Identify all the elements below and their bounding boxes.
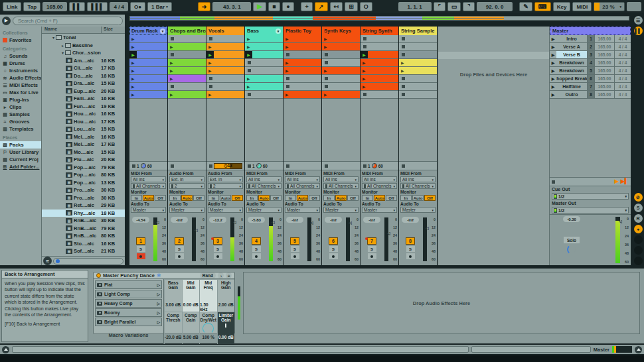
volume-value[interactable]: -Inf [325, 217, 342, 223]
track-header[interactable]: Vocals [206, 27, 244, 35]
track-header[interactable]: Drum Rack▾ [129, 27, 167, 35]
metronome-button[interactable]: O● [130, 2, 145, 11]
scene-row[interactable]: ▶Breakdown5165.004 / 4 [550, 67, 631, 75]
clip-stop-icon[interactable] [325, 61, 328, 64]
volume-value[interactable]: -Inf [286, 217, 303, 223]
input-channel-dropdown[interactable]: All Channels▾ [323, 183, 359, 189]
monitor-switch[interactable]: InAutoOff [131, 195, 166, 201]
file-row[interactable]: ▦Fun....alc19 KB [42, 103, 125, 111]
scene-launch-icon[interactable]: ▶ [550, 83, 556, 90]
monitor-in[interactable]: In [285, 195, 296, 201]
sidebar-item-instruments[interactable]: ○Instruments [3, 67, 41, 74]
clip-play-icon[interactable]: ▶ [362, 60, 366, 65]
variation-heavy-comp[interactable]: Heavy Comp▷ [95, 299, 162, 308]
monitor-in[interactable]: In [208, 195, 219, 201]
monitor-off[interactable]: Off [270, 195, 282, 201]
file-row[interactable]: ▦Lou....alc15 KB [42, 125, 125, 133]
scene-signature[interactable]: 4 / 4 [614, 83, 631, 90]
pan-knob[interactable] [135, 224, 147, 236]
monitor-auto[interactable]: Auto [258, 195, 270, 201]
clip-play-icon[interactable]: ▶ [170, 44, 173, 49]
sidebar-item-sounds[interactable]: ♫Sounds [3, 52, 41, 60]
clip-play-icon[interactable]: ▶ [208, 44, 212, 49]
crossfader-toggle[interactable] [634, 246, 643, 255]
clip-slot[interactable]: ▶ [399, 67, 437, 75]
column-header-size[interactable]: Size [101, 27, 125, 33]
empty-clip-slot[interactable] [245, 59, 283, 67]
preview-toggle-button[interactable]: ≋ [43, 257, 52, 265]
session-record-button[interactable]: O [360, 2, 372, 11]
empty-clip-slot[interactable] [399, 43, 437, 51]
clip-slot[interactable]: ▶ [206, 59, 244, 67]
clip-play-icon[interactable]: ▶ [285, 60, 289, 65]
file-row[interactable]: ▦Pro....alc30 KB [42, 186, 125, 194]
scene-signature[interactable]: 4 / 4 [614, 35, 631, 42]
clip-slot-playing[interactable]: ▶ [129, 51, 167, 59]
scene-launch-icon[interactable]: ▶ [550, 43, 556, 50]
arm-button[interactable] [406, 253, 415, 259]
midi-map-button[interactable]: MIDI [572, 2, 592, 11]
clip-stop-row[interactable]: 160 [361, 162, 398, 170]
clip-stop-icon[interactable] [209, 37, 212, 40]
solo-button[interactable]: S [214, 246, 222, 252]
browser-collapse-button[interactable]: ▶ [2, 17, 11, 25]
scene-signature[interactable]: 4 / 4 [614, 51, 631, 58]
output-dropdown[interactable]: Master▾ [246, 207, 282, 213]
key-map-button[interactable]: Key [553, 2, 571, 11]
scene-row[interactable]: ▶Outro8165.004 / 4 [550, 91, 631, 99]
cue-out-dropdown[interactable]: 1/2▾ [552, 193, 629, 200]
clip-stop-icon[interactable] [248, 61, 251, 64]
sidebar-item-user-library[interactable]: ⚐User Library [3, 149, 41, 156]
clip-stop-row[interactable] [283, 162, 321, 170]
io-section-toggle[interactable]: ⊘ [634, 193, 643, 202]
pan-knob[interactable] [404, 224, 416, 236]
input-source-dropdown[interactable]: All Ins▾ [323, 176, 359, 182]
input-source-dropdown[interactable]: Ext. In▾ [169, 176, 204, 182]
clip-slot[interactable]: ▶ [245, 83, 283, 91]
empty-clip-slot[interactable] [322, 75, 360, 83]
clip-stop-icon[interactable] [286, 53, 289, 56]
device-title-bar[interactable]: Master Punchy Dance ❄ Rand ◑ ⊕ [94, 272, 234, 279]
clip-stop-icon[interactable] [325, 77, 328, 80]
solo-button[interactable]: S [368, 246, 376, 252]
scene-launch-icon[interactable]: ▶ [550, 35, 556, 42]
clip-play-icon[interactable]: ▶ [285, 44, 289, 49]
file-row[interactable]: ▦Pop....alc13 KB [42, 179, 125, 187]
scene-row[interactable]: ▶Verse B3165.004 / 4 [550, 51, 631, 59]
empty-clip-slot[interactable] [206, 35, 244, 43]
clip-slot[interactable]: ▶ [245, 35, 283, 43]
clip-stop-icon[interactable] [402, 37, 405, 40]
monitor-auto[interactable]: Auto [412, 195, 424, 201]
clip-slot[interactable]: ▶ [283, 43, 321, 51]
file-row[interactable]: ▦Hou....alc16 KB [42, 110, 125, 118]
clip-play-icon[interactable]: ▶ [131, 76, 135, 81]
file-row[interactable]: ▦Plu....alc20 KB [42, 156, 125, 164]
sidebar-item-current-proj[interactable]: ▤Current Proj [3, 156, 41, 163]
macro-high-gain[interactable]: High Gain2.00 dB [217, 279, 235, 312]
variation-boomy[interactable]: Boomy▷ [95, 308, 162, 317]
clip-slot[interactable]: ▶ [129, 43, 167, 51]
volume-fader-handle[interactable]: ◁ [310, 220, 313, 225]
scene-name[interactable]: Breakdown [556, 67, 587, 74]
file-row[interactable]: ▦Rhy....alc18 KB [42, 210, 125, 217]
volume-fader-handle[interactable]: ◁ [272, 219, 275, 224]
file-row[interactable]: ▦Sto....alc16 KB [42, 240, 125, 248]
scene-row[interactable]: ▶Verse A2165.004 / 4 [550, 43, 631, 51]
clip-play-icon[interactable]: ▶ [208, 68, 212, 73]
level-meter-area[interactable]: 01224364860◁ [304, 217, 321, 264]
file-row[interactable]: ▦Mel....alc16 KB [42, 133, 125, 141]
clip-slot[interactable]: ▶ [129, 75, 167, 83]
scene-row[interactable]: ▶Breakdown4165.004 / 4 [550, 59, 631, 67]
clip-play-icon[interactable]: ▶ [362, 76, 366, 81]
empty-clip-slot[interactable] [399, 91, 437, 99]
stop-all-icon[interactable] [132, 164, 135, 168]
file-row[interactable]: ▦Eup....alc20 KB [42, 88, 125, 95]
solo-button[interactable]: S [291, 246, 299, 252]
tree-row[interactable]: ▾Tonal [42, 34, 125, 42]
clip-stop-icon[interactable] [363, 93, 366, 96]
track-header[interactable]: Bass▾ [245, 27, 283, 35]
clip-slot-playing[interactable]: ▶ [245, 51, 283, 59]
track-header[interactable]: Plastic Toy [283, 27, 321, 35]
tree-arrow-icon[interactable]: ▾ [51, 35, 56, 40]
monitor-auto[interactable]: Auto [143, 195, 154, 201]
